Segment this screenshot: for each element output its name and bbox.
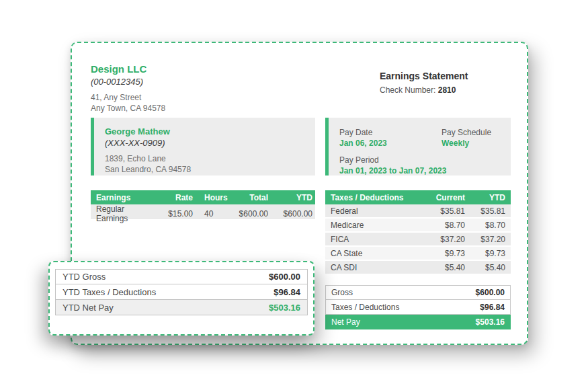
- pay-info-box: Pay Date Jan 06, 2023 Pay Schedule Weekl…: [325, 118, 511, 176]
- gross-label: Gross: [331, 288, 353, 297]
- employee-address-line1: 1839, Echo Lane: [105, 153, 315, 164]
- statement-header: Earnings Statement Check Number: 2810: [380, 71, 468, 95]
- tax-row-name: Medicare: [325, 221, 405, 230]
- check-number-value: 2810: [438, 85, 456, 95]
- employee-ssn: (XXX-XX-0909): [105, 138, 315, 148]
- table-row: FICA $37.20 $37.20: [325, 233, 511, 245]
- ytd-deductions-value: $96.84: [274, 287, 300, 297]
- ytd-gross-label: YTD Gross: [62, 272, 106, 282]
- employee-address: 1839, Echo Lane San Leandro, CA 94578: [105, 153, 315, 175]
- table-row: Federal $35.81 $35.81: [325, 204, 511, 217]
- tax-row-current: $9.73: [405, 249, 465, 258]
- net-pay-label: Net Pay: [331, 317, 360, 327]
- pay-schedule-group: Pay Schedule Weekly: [442, 128, 491, 148]
- check-number-line: Check Number: 2810: [380, 85, 468, 95]
- earnings-table-row: Regular Earnings $15.00 40 $600.00 $600.…: [91, 204, 315, 219]
- taxes-header-name: Taxes / Deductions: [325, 193, 405, 202]
- employee-address-line2: San Leandro, CA 94578: [105, 164, 315, 175]
- check-number-label: Check Number:: [380, 85, 435, 95]
- deductions-row: Taxes / Deductions $96.84: [325, 300, 511, 315]
- tax-row-name: CA State: [325, 249, 405, 258]
- current-summary: Gross $600.00 Taxes / Deductions $96.84 …: [325, 285, 511, 329]
- tax-row-name: FICA: [325, 235, 405, 244]
- earnings-row-ytd: $600.00: [268, 209, 315, 219]
- taxes-table: Taxes / Deductions Current YTD Federal $…: [325, 190, 511, 275]
- earnings-header-hours: Hours: [193, 193, 230, 202]
- net-pay-row: Net Pay $503.16: [325, 315, 511, 329]
- tax-row-ytd: $9.73: [465, 249, 511, 258]
- pay-period-group: Pay Period Jan 01, 2023 to Jan 07, 2023: [339, 155, 511, 176]
- tax-row-current: $5.40: [405, 263, 465, 272]
- ytd-gross-value: $600.00: [269, 272, 300, 282]
- pay-date-group: Pay Date Jan 06, 2023: [339, 128, 442, 148]
- ytd-net-pay-value: $503.16: [269, 303, 300, 313]
- tax-row-name: CA SDI: [325, 263, 405, 272]
- tax-row-ytd: $37.20: [465, 235, 511, 244]
- deductions-label: Taxes / Deductions: [331, 303, 399, 312]
- gross-value: $600.00: [476, 288, 505, 297]
- company-block: Design LLC (00-0012345) 41, Any Street A…: [91, 63, 165, 114]
- company-id: (00-0012345): [91, 77, 165, 87]
- tax-row-current: $8.70: [405, 221, 465, 230]
- ytd-deductions-label: YTD Taxes / Deductions: [62, 287, 156, 297]
- ytd-net-pay-row: YTD Net Pay $503.16: [55, 300, 308, 315]
- deductions-value: $96.84: [480, 303, 505, 312]
- pay-date-label: Pay Date: [339, 128, 442, 137]
- pay-period-value: Jan 01, 2023 to Jan 07, 2023: [339, 166, 511, 176]
- ytd-deductions-row: YTD Taxes / Deductions $96.84: [55, 284, 308, 300]
- taxes-table-header: Taxes / Deductions Current YTD: [325, 190, 511, 204]
- earnings-header-ytd: YTD: [268, 193, 315, 202]
- earnings-row-total: $600.00: [230, 209, 268, 219]
- company-address-line1: 41, Any Street: [91, 92, 165, 103]
- taxes-header-current: Current: [405, 193, 465, 202]
- company-address-line2: Any Town, CA 94578: [91, 103, 165, 114]
- pay-date-value: Jan 06, 2023: [339, 139, 442, 148]
- net-pay-value: $503.16: [476, 317, 505, 327]
- table-row: CA State $9.73 $9.73: [325, 247, 511, 260]
- earnings-header-rate: Rate: [155, 193, 193, 202]
- table-row: CA SDI $5.40 $5.40: [325, 261, 511, 274]
- statement-title: Earnings Statement: [380, 71, 468, 81]
- ytd-net-pay-label: YTD Net Pay: [62, 303, 114, 313]
- earnings-header-name: Earnings: [91, 193, 155, 202]
- taxes-header-ytd: YTD: [465, 193, 511, 202]
- employee-name: George Mathew: [105, 126, 315, 136]
- ytd-gross-row: YTD Gross $600.00: [55, 269, 308, 284]
- pay-schedule-value: Weekly: [442, 139, 491, 148]
- company-address: 41, Any Street Any Town, CA 94578: [91, 92, 165, 114]
- earnings-row-rate: $15.00: [155, 209, 193, 219]
- tax-row-ytd: $5.40: [465, 263, 511, 272]
- tax-row-current: $37.20: [405, 235, 465, 244]
- earnings-table: Earnings Rate Hours Total YTD Regular Ea…: [91, 190, 315, 219]
- ytd-summary-panel: YTD Gross $600.00 YTD Taxes / Deductions…: [48, 261, 314, 336]
- pay-schedule-label: Pay Schedule: [442, 128, 491, 137]
- employee-info-box: George Mathew (XXX-XX-0909) 1839, Echo L…: [91, 118, 315, 176]
- earnings-header-total: Total: [230, 193, 268, 202]
- earnings-table-header: Earnings Rate Hours Total YTD: [91, 190, 315, 204]
- table-row: Medicare $8.70 $8.70: [325, 219, 511, 231]
- company-name: Design LLC: [91, 63, 165, 75]
- tax-row-current: $35.81: [405, 206, 465, 216]
- tax-row-ytd: $35.81: [465, 206, 511, 216]
- tax-row-name: Federal: [325, 206, 405, 216]
- pay-period-label: Pay Period: [339, 155, 511, 165]
- gross-row: Gross $600.00: [325, 285, 511, 300]
- earnings-row-hours: 40: [193, 209, 230, 219]
- earnings-row-name: Regular Earnings: [91, 204, 155, 223]
- tax-row-ytd: $8.70: [465, 221, 511, 230]
